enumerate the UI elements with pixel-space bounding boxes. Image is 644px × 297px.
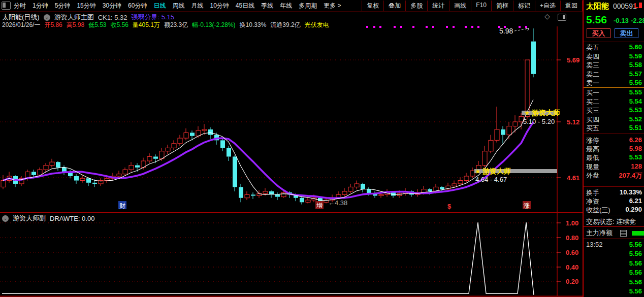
ask-row-label: 卖三: [586, 61, 599, 70]
panel-divider: [584, 239, 644, 239]
stat-row-value: 128: [631, 162, 642, 170]
timeframe-item[interactable]: 15分钟: [77, 2, 95, 10]
stock-code: 000591: [613, 2, 637, 10]
ask-row-value: 5.59: [629, 52, 642, 60]
toolbar-button[interactable]: +自选: [535, 1, 560, 11]
panel-divider: [584, 186, 644, 187]
toolbar-button[interactable]: 标记: [513, 1, 535, 11]
diamond-tool-icon[interactable]: ◇: [544, 12, 550, 20]
toolbar-button[interactable]: 返回: [560, 1, 583, 11]
signal-dot: [519, 26, 521, 28]
tick-row-value: 5.56: [629, 269, 642, 276]
dollar-marker: $: [447, 203, 452, 210]
signal-dot: [465, 26, 467, 28]
sub-axis-label: 0.60: [566, 249, 578, 256]
signal-dot: [453, 26, 455, 28]
stat-row-label: 最高: [586, 145, 599, 154]
timeframe-item[interactable]: 30分钟: [103, 2, 121, 10]
timeframe-item[interactable]: 周线: [172, 2, 184, 10]
svg-text:财: 财: [119, 202, 125, 209]
sub-indicator-header: ⌄ 游资大师副 DRAWTE: 0.00: [2, 214, 94, 223]
timeframe-item[interactable]: 月线: [191, 2, 203, 10]
info-field: 光伏发电: [305, 21, 329, 29]
signal-dot: [477, 26, 479, 28]
chart-tools-menu: 复权叠加多股统计画线F10简框标记+自选返回: [362, 1, 583, 11]
top-toolbar: 分时1分钟5分钟15分钟30分钟60分钟日线周线月线10分钟45日线季线年线多周…: [0, 0, 583, 11]
timeframe-item[interactable]: 60分钟: [128, 2, 147, 10]
sub-axis-label: 0.40: [566, 263, 578, 271]
sub-indicator-line: [2, 222, 534, 295]
sub-indicator-collapse-icon[interactable]: ⌄: [2, 215, 9, 222]
stat-row-label: 净资: [586, 197, 599, 206]
quote-panel: 太阳能 000591 L 5.56 -0.13 -2.28 买入 卖出 卖五5.…: [583, 0, 644, 297]
main-net-bar: [632, 231, 644, 236]
signal-range: 5.10 - 5.20: [523, 118, 555, 125]
price-axis-label: 5.69: [567, 56, 579, 64]
info-field: 额23.3亿: [164, 21, 188, 29]
high-price-label: 5.98: [499, 27, 513, 35]
price-axis-label: 5.12: [567, 118, 579, 126]
stat-row-value: 207.4万: [619, 171, 642, 180]
sell-button[interactable]: 卖出: [615, 28, 638, 38]
timeframe-item[interactable]: 45日线: [236, 2, 254, 10]
main-chart-canvas[interactable]: 5.695.124.611.000.800.600.400.20★游资大师4.6…: [0, 0, 644, 297]
chart-info-line-2: 2026/01/26/一开5.86高5.98低5.53收5.56量405.1万额…: [2, 21, 329, 29]
stat-row-label: 最低: [586, 153, 599, 162]
bid-row-value: 5.52: [629, 115, 642, 123]
signal-dot: [504, 26, 506, 28]
timeframe-item[interactable]: 年线: [280, 2, 292, 10]
toolbar-button[interactable]: 统计: [427, 1, 449, 11]
bid-row-value: 5.54: [629, 97, 642, 105]
stat-row-value: 5.98: [629, 145, 642, 152]
ask-row-value: 5.57: [629, 70, 642, 78]
info-field: 收5.56: [110, 21, 128, 29]
main-net-label: 主力净额: [586, 228, 613, 238]
timeframe-menu: 分时1分钟5分钟15分钟30分钟60分钟日线周线月线10分钟45日线季线年线多周…: [14, 2, 341, 10]
sidebar-toggle-icon[interactable]: [2, 2, 11, 10]
stat-row-value: 10.33%: [620, 188, 642, 196]
info-field: 换10.33%: [240, 21, 267, 29]
sub-indicator-name: 游资大师副: [13, 214, 46, 223]
toolbar-button[interactable]: 复权: [362, 1, 383, 11]
stat-row-value: 5.53: [629, 153, 642, 161]
ask-row-value: 5.60: [629, 43, 642, 51]
toolbar-button[interactable]: F10: [471, 1, 491, 11]
signal-dot: [432, 26, 434, 28]
toolbar-button[interactable]: 多股: [405, 1, 427, 11]
stat-row-label: 外盘: [586, 171, 599, 180]
toolbar-button[interactable]: 画线: [449, 1, 471, 11]
star-icon: ★: [475, 168, 481, 175]
split-window-icon[interactable]: [558, 14, 566, 21]
bid-row-value: 5.53: [629, 106, 642, 114]
info-field: 高5.98: [67, 21, 84, 29]
buy-button[interactable]: 买入: [587, 28, 610, 38]
timeframe-item[interactable]: 日线: [153, 2, 166, 10]
panel-divider: [584, 42, 644, 42]
signal-dot: [366, 26, 368, 28]
info-field: 开5.86: [44, 21, 62, 29]
signal-label: 游资大师: [531, 109, 560, 117]
timeframe-item[interactable]: 更多 >: [324, 2, 341, 10]
timeframe-item[interactable]: 10分钟: [210, 2, 229, 10]
sub-axis-label: 0.20: [566, 278, 578, 285]
signal-label: 游资大师: [482, 167, 511, 175]
signal-dot: [446, 26, 448, 28]
timeframe-item[interactable]: 多周期: [299, 2, 317, 10]
signal-dot: [525, 26, 527, 28]
panel-divider: [584, 215, 644, 215]
timeframe-item[interactable]: 分时: [14, 2, 26, 10]
stat-row-label: 换手: [586, 188, 599, 197]
info-field: 幅-0.13(-2.28%): [192, 21, 235, 29]
signal-dot: [471, 26, 473, 28]
timeframe-item[interactable]: 季线: [261, 2, 273, 10]
indicator-collapse-icon[interactable]: ⌄: [44, 14, 50, 21]
timeframe-item[interactable]: 1分钟: [33, 2, 48, 10]
toolbar-button[interactable]: 简框: [491, 1, 513, 11]
toolbar-button[interactable]: 叠加: [383, 1, 405, 11]
info-field: 流通39.2亿: [270, 21, 300, 29]
list-icon[interactable]: [620, 230, 627, 237]
stat-row-value: 0.290: [625, 206, 642, 213]
timeframe-item[interactable]: 5分钟: [55, 2, 71, 10]
stock-name: 太阳能: [586, 2, 609, 11]
stat-row-label: 涨停: [586, 136, 599, 145]
